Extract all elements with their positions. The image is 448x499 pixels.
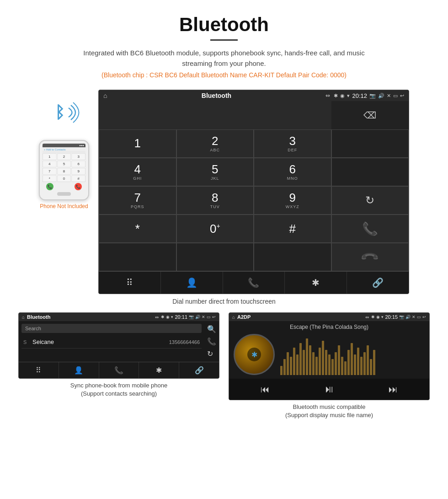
pb-title: Bluetooth [27,314,153,320]
car-nav-bar: ⠿ 👤 📞 ✱ 🔗 [99,271,409,294]
music-signal-icon: ▾ [381,315,384,319]
pb-nav-phone[interactable]: 📞 [99,362,139,378]
pb-loc-icon: ◉ [166,315,170,319]
music-controls: ⏮ ⏯ ⏭ [229,379,429,400]
dial-key-2[interactable]: 2 ABC [176,129,254,158]
viz-bar [299,343,302,375]
usb-icon: ⇔ [325,92,330,99]
pb-signal-icon: ▾ [171,315,173,319]
main-screen-section: ᛒ ●●● + Add to Contacts 1 2 3 4 5 6 7 8 … [0,85,448,294]
play-pause-button[interactable]: ⏯ [324,383,334,395]
pb-nav-contacts[interactable]: 👤 [59,362,99,378]
location-icon: ◉ [340,93,345,99]
dial-key-1[interactable]: 1 [99,129,176,158]
dial-key-8[interactable]: 8 TUV [176,186,254,215]
phone-key-9: 9 [71,168,85,175]
viz-bar [370,359,372,375]
phone-key-3: 3 [71,153,85,160]
page-specs: (Bluetooth chip : CSR BC6 Default Blueto… [9,71,439,79]
pb-back-icon[interactable]: ↩ [212,315,216,319]
phone-home-button [57,192,71,196]
dial-empty-3 [99,243,176,271]
viz-bar [309,345,311,375]
pb-call-icon[interactable]: 📞 [207,337,216,346]
bluetooth-music-icon: ✱ [251,350,257,359]
page-header: Bluetooth Integrated with BC6 Bluetooth … [0,0,448,85]
dial-key-7[interactable]: 7 PQRS [99,186,176,215]
reload-icon: ↻ [365,194,374,207]
dial-key-4[interactable]: 4 GHI [99,158,176,186]
pb-nav-bt[interactable]: ✱ [139,362,179,378]
phone-not-included-label: Phone Not Included [40,203,88,209]
phonebook-screenshot: ⌂ Bluetooth ⇔ ✱ ◉ ▾ 20:11 📷 🔊 ✕ ▭ ↩ [18,312,219,419]
dial-reload-button[interactable]: ↻ [331,186,409,215]
dial-display [99,101,331,129]
music-close-icon[interactable]: ✕ [412,315,416,319]
music-screenshot: ⌂ A2DP ⇔ ✱ ◉ ▾ 20:15 📷 🔊 ✕ ▭ ↩ Escape (T… [229,312,430,419]
phonebook-mini-screen: ⌂ Bluetooth ⇔ ✱ ◉ ▾ 20:11 📷 🔊 ✕ ▭ ↩ [18,312,219,379]
search-placeholder: Search [25,326,41,331]
nav-bluetooth-icon[interactable]: ✱ [285,272,347,294]
dial-key-3[interactable]: 3 DEF [254,129,331,158]
music-title: A2DP [237,314,363,320]
pb-nav-link[interactable]: 🔗 [179,362,219,378]
end-call-button[interactable]: 📞 [331,243,409,271]
pb-time: 20:11 [175,314,187,320]
phone-call-button: 📞 [46,183,53,190]
viz-bar [322,341,324,375]
dial-key-hash[interactable]: # [254,215,331,243]
dial-key-6[interactable]: 6 MNO [254,158,331,186]
viz-bar [367,345,369,375]
car-status-bar: ⌂ Bluetooth ⇔ ✱ ◉ ▾ 20:12 📷 🔊 ✕ ▭ ↩ [99,90,409,101]
viz-bar [306,338,308,375]
dial-key-9[interactable]: 9 WXYZ [254,186,331,215]
phone-add-contact-label: + Add to Contacts [43,147,85,152]
dial-empty-4 [176,243,254,271]
backspace-button[interactable]: ⌫ [331,101,409,129]
viz-bar [287,352,289,375]
phone-key-2: 2 [57,153,71,160]
search-bar[interactable]: Search [21,324,202,333]
phone-key-hash: # [71,175,85,182]
car-dial-screen: ⌂ Bluetooth ⇔ ✱ ◉ ▾ 20:12 📷 🔊 ✕ ▭ ↩ ⌫ [98,90,409,294]
volume-icon: 🔊 [378,93,384,99]
viz-bar [363,352,366,375]
call-button[interactable]: 📞 [331,215,409,243]
pb-home-icon[interactable]: ⌂ [22,315,25,320]
nav-link-icon[interactable]: 🔗 [347,272,409,294]
phone-keypad: 1 2 3 4 5 6 7 8 9 * 0 # [43,153,85,182]
music-mini-screen: ⌂ A2DP ⇔ ✱ ◉ ▾ 20:15 📷 🔊 ✕ ▭ ↩ Escape (T… [229,312,430,400]
phonebook-status-bar: ⌂ Bluetooth ⇔ ✱ ◉ ▾ 20:11 📷 🔊 ✕ ▭ ↩ [19,313,219,321]
pb-refresh-icon[interactable]: ↻ [207,349,216,358]
next-button[interactable]: ⏭ [389,384,398,395]
status-icons: ✱ ◉ ▾ 20:12 📷 🔊 ✕ ▭ ↩ [334,92,404,99]
bluetooth-signal-icon: ᛒ [43,99,85,126]
phone-end-button: 📞 [75,183,82,190]
viz-bar [335,352,337,375]
phone-body: ●●● + Add to Contacts 1 2 3 4 5 6 7 8 9 … [39,140,89,200]
back-icon[interactable]: ↩ [400,93,404,99]
dial-key-star[interactable]: * [99,215,176,243]
nav-dialpad-icon[interactable]: ⠿ [99,272,161,294]
prev-button[interactable]: ⏮ [261,384,270,395]
pb-nav-bar: ⠿ 👤 📞 ✱ 🔗 [19,362,219,378]
dial-key-0[interactable]: 0+ [176,215,254,243]
music-win-icon[interactable]: ▭ [417,315,421,319]
music-back-icon[interactable]: ↩ [422,315,426,319]
dial-empty-5 [254,243,331,271]
music-home-icon[interactable]: ⌂ [232,315,235,320]
pb-close-icon[interactable]: ✕ [202,315,205,319]
home-icon[interactable]: ⌂ [103,92,107,99]
close-icon[interactable]: ✕ [387,93,391,99]
nav-contacts-icon[interactable]: 👤 [161,272,223,294]
dial-key-5[interactable]: 5 JKL [176,158,254,186]
nav-phone-icon[interactable]: 📞 [223,272,285,294]
pb-nav-dialpad[interactable]: ⠿ [19,362,59,378]
window-icon[interactable]: ▭ [393,93,398,99]
pb-win-icon[interactable]: ▭ [207,315,211,319]
viz-bar [331,359,334,375]
title-underline [210,39,238,41]
contact-row[interactable]: S Seicane 13566664466 [21,336,202,349]
pb-search-icon[interactable]: 🔍 [207,325,216,333]
music-vol-icon: 🔊 [405,315,411,319]
